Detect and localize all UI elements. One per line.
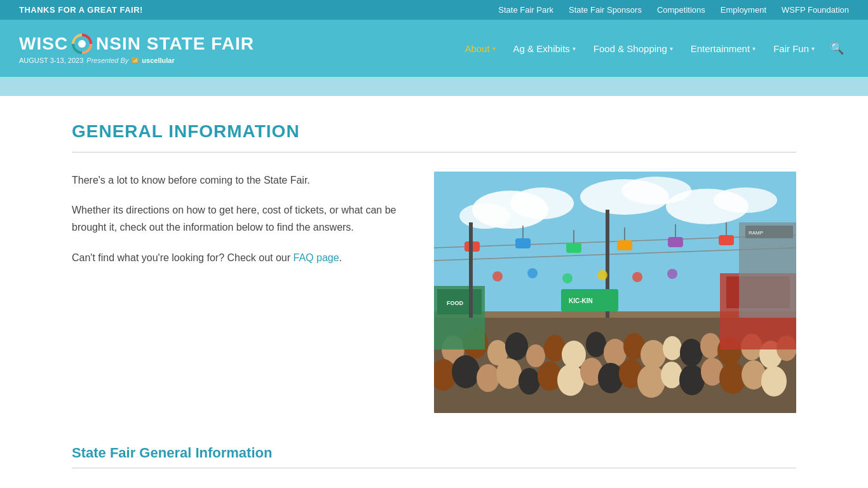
svg-point-77 bbox=[632, 272, 642, 282]
chevron-down-icon: ▾ bbox=[573, 45, 576, 52]
top-nav: State Fair Park State Fair Sponsors Comp… bbox=[498, 5, 849, 15]
paragraph-1: There's a lot to know before coming to t… bbox=[72, 172, 409, 189]
svg-text:FOOD: FOOD bbox=[447, 300, 463, 306]
svg-text:RAMP: RAMP bbox=[749, 230, 763, 236]
logo-title: WISC NSIN STATE FAIR bbox=[19, 32, 254, 55]
thanks-message: THANKS FOR A GREAT FAIR! bbox=[19, 5, 143, 15]
nav-item-entertainment[interactable]: Entertainment ▾ bbox=[683, 38, 763, 59]
presented-by-text: Presented By bbox=[86, 57, 128, 64]
chevron-down-icon: ▾ bbox=[811, 45, 815, 52]
svg-point-31 bbox=[452, 355, 480, 388]
svg-point-22 bbox=[641, 340, 666, 369]
chevron-down-icon: ▾ bbox=[492, 45, 496, 52]
svg-point-76 bbox=[597, 270, 607, 280]
top-nav-wsfp[interactable]: WSFP Foundation bbox=[782, 5, 849, 15]
faq-link[interactable]: FAQ page bbox=[294, 252, 339, 263]
svg-point-41 bbox=[661, 362, 682, 388]
top-nav-employment[interactable]: Employment bbox=[721, 5, 766, 15]
fair-scene-svg: FOOD bbox=[434, 172, 796, 413]
paragraph-3-prefix: Can't find what you're looking for? Chec… bbox=[72, 252, 294, 263]
svg-text:KIC-KIN: KIC-KIN bbox=[569, 297, 593, 304]
svg-rect-63 bbox=[668, 237, 683, 247]
svg-point-40 bbox=[637, 365, 665, 398]
svg-point-74 bbox=[527, 268, 538, 278]
chevron-down-icon: ▾ bbox=[752, 45, 756, 52]
search-icon[interactable]: 🔍 bbox=[825, 36, 849, 60]
logo-text-wisc: WISC bbox=[19, 34, 68, 54]
svg-rect-65 bbox=[719, 235, 734, 245]
top-bar: THANKS FOR A GREAT FAIR! State Fair Park… bbox=[0, 0, 868, 20]
svg-point-23 bbox=[663, 336, 682, 360]
svg-point-16 bbox=[526, 344, 545, 367]
top-nav-sponsors[interactable]: State Fair Sponsors bbox=[569, 5, 642, 15]
svg-point-46 bbox=[761, 366, 787, 396]
svg-point-20 bbox=[604, 339, 627, 367]
svg-point-9 bbox=[714, 187, 777, 213]
svg-point-32 bbox=[477, 364, 499, 392]
paragraph-3: Can't find what you're looking for? Chec… bbox=[72, 249, 409, 266]
svg-point-24 bbox=[680, 339, 703, 367]
top-nav-state-fair-park[interactable]: State Fair Park bbox=[498, 5, 553, 15]
section-divider bbox=[72, 468, 796, 468]
fair-image: FOOD bbox=[434, 172, 796, 413]
svg-point-33 bbox=[496, 358, 522, 389]
top-nav-competitions[interactable]: Competitions bbox=[657, 5, 705, 15]
logo-icon bbox=[71, 32, 93, 55]
svg-rect-57 bbox=[515, 238, 531, 248]
main-navigation: About ▾ Ag & Exhibits ▾ Food & Shopping … bbox=[457, 36, 849, 60]
paragraph-2: Whether its directions on how to get her… bbox=[72, 201, 409, 236]
chevron-down-icon: ▾ bbox=[670, 45, 673, 52]
svg-point-19 bbox=[586, 332, 606, 357]
logo-subtitle: AUGUST 3-13, 2023 Presented By 📶 uscellu… bbox=[19, 57, 254, 64]
svg-point-1 bbox=[78, 40, 86, 48]
svg-point-42 bbox=[679, 365, 705, 395]
svg-rect-61 bbox=[617, 240, 632, 250]
svg-point-15 bbox=[505, 332, 528, 360]
logo-area: WISC NSIN STATE FAIR AUGUST 3-13, 2023 P… bbox=[19, 32, 254, 64]
svg-rect-59 bbox=[566, 243, 581, 253]
content-text: There's a lot to know before coming to t… bbox=[72, 172, 409, 279]
sponsor-text: uscellular bbox=[142, 57, 174, 64]
logo-text-nsin: NSIN STATE FAIR bbox=[96, 34, 254, 54]
section-heading: State Fair General Information bbox=[72, 445, 796, 461]
svg-rect-66 bbox=[469, 222, 473, 318]
title-divider bbox=[72, 152, 796, 152]
svg-point-25 bbox=[700, 333, 721, 358]
svg-point-75 bbox=[562, 273, 573, 283]
content-row: There's a lot to know before coming to t… bbox=[72, 172, 796, 413]
nav-item-food-shopping[interactable]: Food & Shopping ▾ bbox=[586, 38, 681, 59]
nav-item-about[interactable]: About ▾ bbox=[457, 38, 503, 59]
main-content: GENERAL INFORMATION There's a lot to kno… bbox=[53, 96, 815, 488]
signal-icon: 📶 bbox=[132, 57, 139, 64]
sub-header-band bbox=[0, 77, 868, 96]
svg-point-5 bbox=[459, 203, 510, 229]
svg-point-4 bbox=[510, 187, 574, 219]
main-header: WISC NSIN STATE FAIR AUGUST 3-13, 2023 P… bbox=[0, 20, 868, 77]
nav-item-fair-fun[interactable]: Fair Fun ▾ bbox=[766, 38, 822, 59]
svg-point-34 bbox=[519, 368, 540, 395]
svg-point-36 bbox=[557, 364, 584, 396]
nav-item-ag-exhibits[interactable]: Ag & Exhibits ▾ bbox=[506, 38, 583, 59]
page-title: GENERAL INFORMATION bbox=[72, 121, 796, 142]
content-image: FOOD bbox=[434, 172, 796, 413]
svg-point-73 bbox=[492, 271, 503, 281]
svg-point-78 bbox=[667, 269, 677, 279]
logo-dates: AUGUST 3-13, 2023 bbox=[19, 57, 83, 64]
paragraph-3-suffix: . bbox=[339, 252, 342, 263]
